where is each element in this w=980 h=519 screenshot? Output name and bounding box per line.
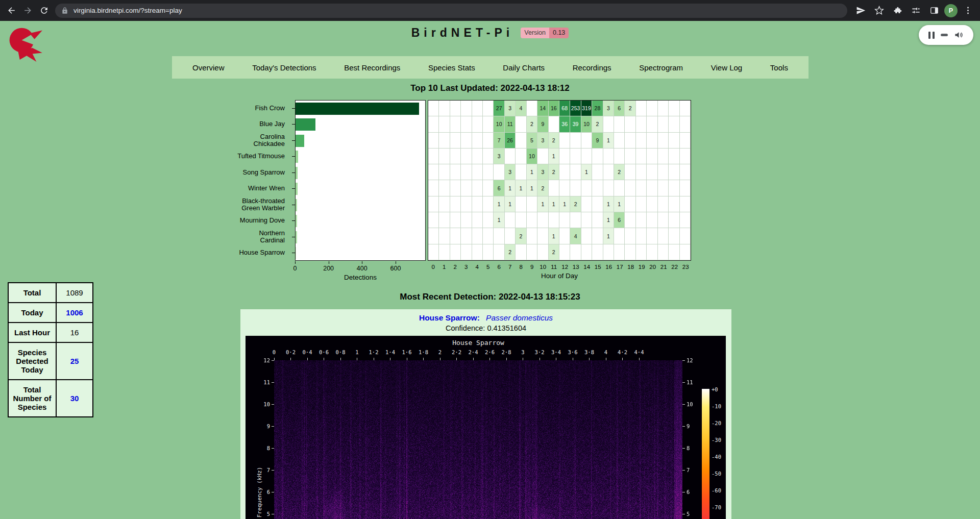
back-icon[interactable] xyxy=(3,3,19,19)
heatmap-cell xyxy=(570,180,581,196)
spec-right-tick xyxy=(682,360,685,361)
pause-icon[interactable] xyxy=(928,32,935,39)
heatmap-cell xyxy=(527,228,537,244)
heatmap-cell: 1 xyxy=(549,149,559,164)
colorbar-tick-label: -20 xyxy=(712,420,721,426)
hour-tick-label: 2 xyxy=(454,264,457,270)
heatmap-cell xyxy=(625,133,635,149)
spec-top-tick xyxy=(540,358,540,360)
heatmap-cell xyxy=(581,196,592,212)
spec-time-label: 4·2 xyxy=(618,349,627,355)
nav-item-spectrogram[interactable]: Spectrogram xyxy=(639,63,683,72)
nav-item-daily-charts[interactable]: Daily Charts xyxy=(503,63,545,72)
heatmap-cell: 3 xyxy=(494,149,504,164)
spec-top-tick xyxy=(506,358,507,360)
spec-time-label: 3·6 xyxy=(568,349,578,355)
heatmap-cell xyxy=(658,149,669,164)
heatmap-cell: 1 xyxy=(527,164,537,180)
heatmap-cell xyxy=(592,212,603,228)
heatmap-cell xyxy=(461,164,472,180)
nav-item-today-s-detections[interactable]: Today's Detections xyxy=(252,63,316,72)
spec-freq-label-right: 12 xyxy=(687,357,693,363)
spec-time-label: 2·8 xyxy=(502,349,511,355)
audio-player xyxy=(919,25,973,45)
heatmap-cell xyxy=(472,228,483,244)
heatmap-cell xyxy=(680,212,691,228)
heatmap-cell: 1 xyxy=(603,228,614,244)
hour-tick-label: 15 xyxy=(595,264,601,270)
species-label-blue-jay: Blue Jay xyxy=(236,116,289,133)
heatmap-cell xyxy=(428,196,439,212)
version-value: 0.13 xyxy=(549,28,569,38)
nav-item-view-log[interactable]: View Log xyxy=(711,63,742,72)
heatmap-cell xyxy=(570,149,581,164)
spec-time-label: 1·8 xyxy=(419,349,428,355)
extensions-icon[interactable] xyxy=(889,3,905,19)
confidence-text: Confidence: 0.41351604 xyxy=(240,324,731,332)
heatmap-cell xyxy=(625,164,635,180)
heatmap-cell xyxy=(559,164,570,180)
stats-value[interactable]: 25 xyxy=(56,342,93,380)
heatmap-cell xyxy=(614,244,625,260)
spec-freq-label-left: 5 xyxy=(255,511,270,517)
seek-bar[interactable] xyxy=(941,34,948,36)
bar-x-tick xyxy=(362,261,362,264)
nav-item-best-recordings[interactable]: Best Recordings xyxy=(344,63,400,72)
spec-right-tick xyxy=(682,514,685,514)
heatmap-cell xyxy=(537,244,548,260)
hour-tick-label: 8 xyxy=(520,264,523,270)
profile-avatar[interactable]: P xyxy=(944,4,958,17)
heatmap-cell xyxy=(636,180,647,196)
stats-value[interactable]: 30 xyxy=(56,380,93,417)
nav-item-tools[interactable]: Tools xyxy=(770,63,788,72)
send-icon[interactable] xyxy=(852,3,869,19)
address-bar[interactable]: virginia.birdnetpi.com/?stream=play xyxy=(55,4,847,18)
heatmap-cell xyxy=(603,244,614,260)
heatmap-cell xyxy=(505,149,516,164)
hour-tick-label: 9 xyxy=(530,264,533,270)
heatmap-cell: 2 xyxy=(625,101,635,116)
heatmap-cell xyxy=(428,149,439,164)
side-panel-icon[interactable] xyxy=(926,3,942,19)
tune-icon[interactable] xyxy=(908,3,924,19)
heatmap-cell xyxy=(450,180,461,196)
heatmap-cell xyxy=(516,149,526,164)
heatmap-cell xyxy=(647,212,657,228)
nav-item-species-stats[interactable]: Species Stats xyxy=(428,63,475,72)
heatmap-cell: 1 xyxy=(549,228,559,244)
heatmap-cell xyxy=(658,133,669,149)
heatmap-cell xyxy=(472,116,483,132)
heatmap-cell xyxy=(450,133,461,149)
heatmap-cell xyxy=(625,244,635,260)
species-scientific-name-link[interactable]: Passer domesticus xyxy=(486,313,553,322)
nav-item-overview[interactable]: Overview xyxy=(192,63,225,72)
heatmap-cell: 4 xyxy=(570,228,581,244)
stats-value[interactable]: 1006 xyxy=(56,303,93,323)
heatmap-cell xyxy=(461,133,472,149)
heatmap-cell: 9 xyxy=(592,133,603,149)
heatmap-cell xyxy=(549,180,559,196)
heatmap-cell: 2 xyxy=(570,196,581,212)
forward-icon[interactable] xyxy=(19,3,36,19)
heatmap-cell xyxy=(559,228,570,244)
hour-tick-label: 16 xyxy=(605,264,612,270)
bar-winter-wren xyxy=(296,183,298,195)
stats-table: Total1089Today1006Last Hour16Species Det… xyxy=(8,282,93,417)
bookmark-star-icon[interactable] xyxy=(871,3,887,19)
spectrogram-title: House Sparrow xyxy=(452,339,504,347)
heatmap-cell xyxy=(647,101,657,116)
spec-freq-label-right: 8 xyxy=(687,445,690,451)
heatmap-cell xyxy=(625,212,635,228)
menu-dots-icon[interactable] xyxy=(960,3,976,19)
heatmap-cell xyxy=(483,180,494,196)
volume-icon[interactable] xyxy=(954,30,964,40)
spec-time-label: 4·4 xyxy=(634,349,644,355)
nav-item-recordings[interactable]: Recordings xyxy=(573,63,611,72)
heatmap-cell xyxy=(516,196,526,212)
species-label-black-throated-green-warbler: Black-throated Green Warbler xyxy=(236,196,289,213)
species-common-name-link[interactable]: House Sparrow: xyxy=(419,313,480,322)
heatmap-cell xyxy=(592,196,603,212)
heatmap-cell xyxy=(658,116,669,132)
reload-icon[interactable] xyxy=(36,3,52,19)
heatmap-cell xyxy=(439,244,450,260)
